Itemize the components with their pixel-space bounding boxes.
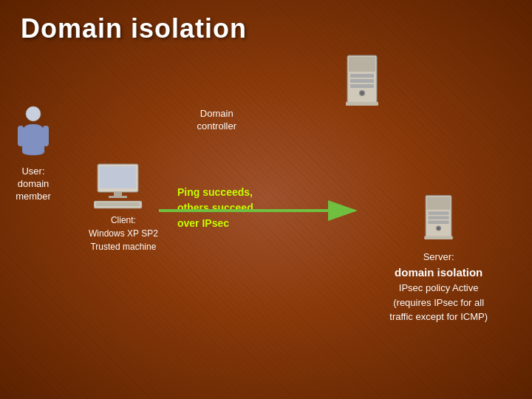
user-line1: User: (21, 166, 44, 177)
server-label-line5: traffic except for ICMP) (389, 311, 488, 322)
svg-point-8 (26, 106, 41, 121)
server-label-line3: IPsec policy Active (399, 282, 479, 293)
svg-rect-22 (429, 216, 449, 219)
client-label: Client: Windows XP SP2 Trusted machine (89, 214, 158, 253)
domain-controller-icon (340, 52, 384, 111)
svg-rect-20 (427, 197, 451, 210)
svg-rect-10 (43, 126, 49, 146)
user-line3: member (16, 191, 51, 202)
server-label-line1: Server: (423, 251, 454, 262)
svg-rect-16 (96, 202, 140, 206)
user-person-icon (15, 103, 52, 163)
user-label: User: domain member (15, 166, 52, 203)
svg-rect-23 (429, 221, 449, 224)
client-line3: Trusted machine (90, 242, 156, 252)
svg-rect-7 (346, 102, 378, 106)
svg-rect-1 (349, 57, 375, 72)
svg-rect-12 (100, 166, 136, 188)
svg-point-25 (437, 227, 440, 230)
server-label-line2: domain isolation (395, 266, 482, 279)
dc-label-line2: controller (197, 120, 236, 132)
slide-title: Domain isolation (21, 13, 247, 44)
domain-controller-area: Domain controller (340, 52, 384, 111)
dc-label: Domain controller (197, 108, 236, 133)
server-right-label: Server: domain isolation IPsec policy Ac… (389, 250, 488, 324)
dc-label-line1: Domain (200, 108, 233, 119)
client-area: Client: Windows XP SP2 Trusted machine (89, 163, 158, 253)
svg-rect-2 (350, 74, 374, 78)
user-figure-area: User: domain member (15, 103, 52, 203)
svg-rect-21 (429, 211, 449, 214)
user-line2: domain (18, 178, 50, 189)
ping-line1: Ping succeeds, (177, 186, 253, 198)
svg-rect-14 (109, 196, 127, 198)
svg-rect-9 (18, 126, 24, 146)
svg-rect-3 (350, 79, 374, 83)
server-right-icon (418, 192, 459, 244)
svg-point-6 (361, 92, 364, 95)
server-right-area: Server: domain isolation IPsec policy Ac… (389, 192, 488, 324)
svg-rect-26 (424, 236, 453, 239)
svg-rect-4 (350, 84, 374, 88)
server-label-line4: (requires IPsec for all (393, 297, 484, 308)
client-computer-icon (94, 163, 153, 211)
client-line2: Windows XP SP2 (89, 228, 158, 239)
client-line1: Client: (111, 215, 136, 225)
slide: Domain isolation Domain controller (0, 0, 532, 399)
ping-arrow (159, 200, 366, 222)
